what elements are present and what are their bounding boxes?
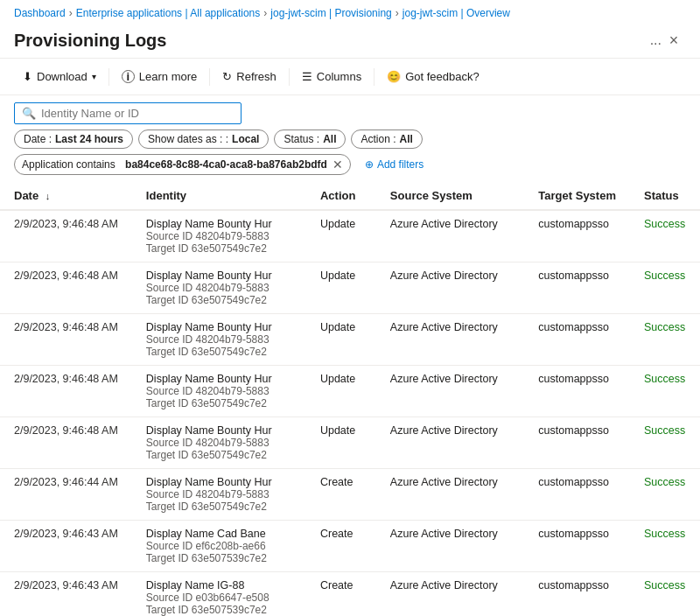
identity-cell: Display Name IG-88 Source ID e03b6647-e5… [132, 572, 306, 617]
table-row[interactable]: 2/9/2023, 9:46:48 AM Display Name Bounty… [0, 262, 700, 314]
date-cell: 2/9/2023, 9:46:48 AM [0, 314, 132, 366]
table-row[interactable]: 2/9/2023, 9:46:43 AM Display Name Cad Ba… [0, 521, 700, 572]
identity-name: Display Name Bounty Hur [146, 424, 292, 437]
table-container: Date ↓ Identity Action Source System Tar… [0, 182, 700, 616]
column-header-action[interactable]: Action [306, 182, 376, 210]
status-cell: Success [630, 572, 700, 617]
show-dates-filter-chip[interactable]: Show dates as : : Local [138, 130, 269, 149]
status-badge: Success [644, 218, 685, 230]
identity-name: Display Name Bounty Hur [146, 270, 292, 282]
breadcrumb: Dashboard › Enterprise applications | Al… [0, 0, 700, 23]
identity-source-id: Source ID ef6c208b-ae66 [146, 540, 292, 552]
table-row[interactable]: 2/9/2023, 9:46:48 AM Display Name Bounty… [0, 366, 700, 417]
action-cell: Create [306, 469, 376, 521]
identity-cell: Display Name Bounty Hur Source ID 48204b… [132, 262, 306, 314]
status-filter-chip[interactable]: Status : All [274, 130, 346, 149]
action-filter-value: All [400, 133, 413, 145]
status-cell: Success [630, 521, 700, 572]
identity-name: Display Name Bounty Hur [146, 218, 292, 230]
status-cell: Success [630, 314, 700, 366]
column-header-source-system[interactable]: Source System [376, 182, 525, 210]
identity-target-id: Target ID 63e507549c7e2 [146, 294, 292, 306]
breadcrumb-provisioning[interactable]: jog-jwt-scim | Provisioning [270, 7, 392, 19]
filter-chips-row1: Date : Last 24 hours Show dates as : : L… [14, 130, 686, 149]
table-row[interactable]: 2/9/2023, 9:46:48 AM Display Name Bounty… [0, 417, 700, 469]
table-row[interactable]: 2/9/2023, 9:46:43 AM Display Name IG-88 … [0, 572, 700, 617]
action-cell: Update [306, 314, 376, 366]
action-filter-chip[interactable]: Action : All [351, 130, 422, 149]
breadcrumb-dashboard[interactable]: Dashboard [14, 7, 66, 19]
source-system-cell: Azure Active Directory [376, 521, 525, 572]
app-filter-chip: Application contains ba84ce68-8c88-4ca0-… [14, 154, 351, 175]
status-badge: Success [644, 270, 685, 282]
status-badge: Success [644, 476, 685, 488]
table-row[interactable]: 2/9/2023, 9:46:48 AM Display Name Bounty… [0, 210, 700, 262]
identity-cell: Display Name Bounty Hur Source ID 48204b… [132, 210, 306, 262]
toolbar-sep-2 [209, 68, 210, 86]
identity-name: Display Name Cad Bane [146, 528, 292, 540]
column-header-target-system[interactable]: Target System [524, 182, 630, 210]
status-cell: Success [630, 417, 700, 469]
date-cell: 2/9/2023, 9:46:48 AM [0, 210, 132, 262]
status-badge: Success [644, 321, 685, 333]
target-system-cell: customappsso [524, 469, 630, 521]
status-badge: Success [644, 528, 685, 540]
add-filters-button[interactable]: ⊕ Add filters [356, 156, 432, 173]
source-system-cell: Azure Active Directory [376, 469, 525, 521]
page-title: Provisioning Logs [14, 31, 643, 51]
identity-source-id: Source ID 48204b79-5883 [146, 437, 292, 449]
identity-name: Display Name Bounty Hur [146, 476, 292, 488]
column-header-date[interactable]: Date ↓ [0, 182, 132, 210]
table-row[interactable]: 2/9/2023, 9:46:48 AM Display Name Bounty… [0, 314, 700, 366]
feedback-button[interactable]: 😊 Got feedback? [378, 66, 488, 88]
identity-source-id: Source ID 48204b79-5883 [146, 333, 292, 346]
breadcrumb-sep-1: › [69, 7, 73, 19]
search-input[interactable] [41, 107, 234, 120]
columns-button[interactable]: ☰ Columns [293, 66, 370, 88]
action-cell: Update [306, 366, 376, 417]
app-filter-close-icon[interactable]: ✕ [332, 158, 343, 172]
breadcrumb-overview[interactable]: jog-jwt-scim | Overview [402, 7, 510, 19]
table-row[interactable]: 2/9/2023, 9:46:44 AM Display Name Bounty… [0, 469, 700, 521]
target-system-cell: customappsso [524, 262, 630, 314]
identity-cell: Display Name Bounty Hur Source ID 48204b… [132, 469, 306, 521]
panel-ellipsis[interactable]: ... [650, 32, 662, 48]
date-cell: 2/9/2023, 9:46:48 AM [0, 366, 132, 417]
status-cell: Success [630, 210, 700, 262]
provisioning-logs-table: Date ↓ Identity Action Source System Tar… [0, 182, 700, 616]
identity-cell: Display Name Cad Bane Source ID ef6c208b… [132, 521, 306, 572]
status-filter-label: Status : [284, 133, 319, 145]
app-filter-label: Application contains [22, 158, 116, 171]
show-dates-value: Local [232, 133, 259, 145]
source-system-cell: Azure Active Directory [376, 366, 525, 417]
refresh-button[interactable]: ↻ Refresh [214, 66, 285, 88]
column-header-identity[interactable]: Identity [132, 182, 306, 210]
refresh-icon: ↻ [222, 70, 232, 83]
identity-target-id: Target ID 63e507549c7e2 [146, 500, 292, 513]
target-system-cell: customappsso [524, 417, 630, 469]
source-system-cell: Azure Active Directory [376, 417, 525, 469]
date-cell: 2/9/2023, 9:46:43 AM [0, 572, 132, 617]
learn-more-label: Learn more [139, 70, 197, 83]
identity-source-id: Source ID 48204b79-5883 [146, 282, 292, 294]
toolbar-sep-4 [374, 68, 374, 86]
learn-more-button[interactable]: i Learn more [113, 66, 206, 88]
download-label: Download [37, 70, 88, 83]
panel-header: Provisioning Logs ... × [0, 23, 700, 59]
status-cell: Success [630, 262, 700, 314]
feedback-icon: 😊 [387, 70, 401, 83]
search-box[interactable]: 🔍 [14, 102, 242, 124]
date-filter-chip[interactable]: Date : Last 24 hours [14, 130, 133, 149]
column-header-status[interactable]: Status [630, 182, 700, 210]
source-system-cell: Azure Active Directory [376, 314, 525, 366]
download-icon: ⬇ [23, 70, 32, 83]
close-button[interactable]: × [662, 28, 686, 52]
columns-label: Columns [317, 70, 361, 83]
filter-chips-row2: Application contains ba84ce68-8c88-4ca0-… [14, 154, 686, 175]
status-cell: Success [630, 366, 700, 417]
download-button[interactable]: ⬇ Download ▾ [14, 66, 105, 88]
breadcrumb-enterprise[interactable]: Enterprise applications | All applicatio… [76, 7, 261, 19]
date-cell: 2/9/2023, 9:46:48 AM [0, 417, 132, 469]
toolbar: ⬇ Download ▾ i Learn more ↻ Refresh ☰ Co… [0, 59, 700, 95]
identity-target-id: Target ID 63e507549c7e2 [146, 242, 292, 255]
